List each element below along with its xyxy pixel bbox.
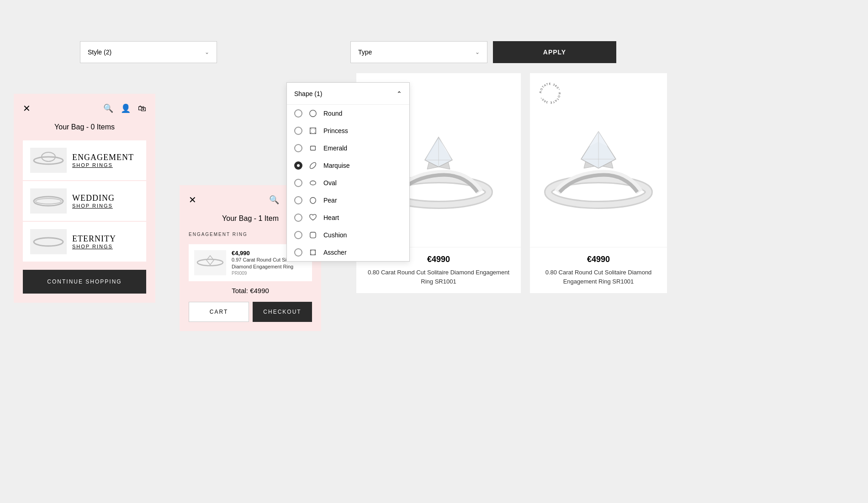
product-price-2: €4990	[537, 255, 660, 264]
checkout-button[interactable]: CHECKOUT	[253, 302, 312, 322]
svg-point-22	[36, 198, 61, 204]
type-filter-label: Type	[358, 48, 372, 56]
apply-button[interactable]: APPLY	[493, 41, 616, 63]
engagement-category: ENGAGEMENT SHOP RINGS	[23, 140, 146, 180]
svg-point-12	[310, 181, 316, 185]
shape-filter-label: Shape (1)	[294, 90, 322, 97]
asscher-shape-icon	[308, 247, 318, 257]
style-filter-label: Style (2)	[88, 48, 111, 56]
shape-chevron-icon: ⌃	[397, 90, 402, 97]
eternity-label: ETERNITY	[72, 234, 116, 244]
engagement-label: ENGAGEMENT	[72, 153, 134, 162]
wedding-label: WEDDING	[72, 193, 115, 203]
shape-option-oval[interactable]: Oval	[287, 174, 409, 192]
svg-rect-6	[311, 146, 316, 150]
item-thumbnail	[194, 250, 226, 275]
cart-checkout-row: CART CHECKOUT	[189, 302, 312, 322]
wedding-category: WEDDING SHOP RINGS	[23, 181, 146, 221]
engagement-shop-link[interactable]: SHOP RINGS	[72, 162, 134, 168]
eternity-category: ETERNITY SHOP RINGS	[23, 222, 146, 262]
shape-option-marquise[interactable]: Marquise	[287, 157, 409, 174]
style-chevron-icon: ⌄	[205, 49, 209, 55]
eternity-thumb	[30, 229, 67, 254]
round-shape-icon	[308, 108, 318, 118]
cushion-label: Cushion	[323, 231, 347, 239]
type-chevron-icon: ⌄	[475, 49, 480, 55]
bag-icon[interactable]: 🛍	[138, 104, 146, 113]
empty-bag-header-icons: 🔍 👤 🛍	[103, 103, 146, 113]
search-icon[interactable]: 🔍	[103, 103, 113, 113]
product-name-1: 0.80 Carat Round Cut Solitaire Diamond E…	[364, 268, 513, 286]
heart-label: Heart	[323, 214, 339, 221]
svg-point-19	[34, 157, 63, 164]
radio-emerald	[294, 144, 302, 152]
empty-bag-title: Your Bag - 0 Items	[23, 123, 146, 131]
marquise-shape-icon	[308, 161, 318, 171]
shape-option-heart[interactable]: Heart	[287, 209, 409, 226]
radio-cushion	[294, 231, 302, 239]
heart-shape-icon	[308, 213, 318, 223]
radio-asscher	[294, 248, 302, 257]
radio-oval	[294, 179, 302, 187]
shape-option-cushion[interactable]: Cushion	[287, 226, 409, 244]
svg-point-23	[34, 238, 63, 246]
continue-shopping-button[interactable]: CONTINUE SHOPPING	[23, 270, 146, 294]
item-code: PRI009	[232, 271, 307, 276]
empty-bag-header: ✕ 🔍 👤 🛍	[23, 103, 146, 114]
radio-marquise	[294, 161, 302, 170]
product-info-2: €4990 0.80 Carat Round Cut Solitaire Dia…	[530, 247, 667, 293]
pear-shape-icon	[308, 195, 318, 205]
eternity-info: ETERNITY SHOP RINGS	[72, 234, 116, 249]
oval-label: Oval	[323, 179, 337, 187]
shape-option-round[interactable]: Round	[287, 105, 409, 122]
cushion-shape-icon	[308, 230, 318, 240]
emerald-shape-icon	[308, 143, 318, 153]
filled-search-icon[interactable]: 🔍	[269, 195, 279, 205]
marquise-label: Marquise	[323, 162, 350, 169]
radio-pear	[294, 196, 302, 204]
filter-bar: Style (2) ⌄ Shape (1) ⌃ Round Princess	[80, 41, 616, 63]
oval-shape-icon	[308, 178, 318, 188]
shape-option-princess[interactable]: Princess	[287, 122, 409, 139]
svg-marker-25	[206, 256, 214, 265]
radio-round	[294, 109, 302, 118]
close-filled-bag-button[interactable]: ✕	[189, 194, 196, 205]
close-empty-bag-button[interactable]: ✕	[23, 103, 31, 114]
account-icon[interactable]: 👤	[121, 103, 131, 113]
cart-button[interactable]: CART	[189, 302, 249, 322]
wedding-info: WEDDING SHOP RINGS	[72, 193, 115, 209]
shape-dropdown: Shape (1) ⌃ Round Princess Emerald	[286, 82, 410, 262]
round-label: Round	[323, 110, 342, 117]
svg-rect-13	[310, 232, 316, 238]
emerald-label: Emerald	[323, 144, 347, 152]
radio-heart	[294, 214, 302, 222]
engagement-thumb	[30, 148, 67, 173]
type-filter[interactable]: Type ⌄	[350, 41, 487, 63]
pear-label: Pear	[323, 197, 337, 204]
svg-point-0	[310, 110, 316, 117]
engagement-info: ENGAGEMENT SHOP RINGS	[72, 153, 134, 168]
rotate-badge-2: ROTATE 360° ROTATE 360°	[537, 80, 563, 106]
shape-option-pear[interactable]: Pear	[287, 192, 409, 209]
shape-option-asscher[interactable]: Asscher	[287, 244, 409, 261]
product-name-2: 0.80 Carat Round Cut Solitaire Diamond E…	[537, 268, 660, 286]
style-filter[interactable]: Style (2) ⌄	[80, 41, 217, 63]
total-row: Total: €4990	[189, 287, 312, 294]
empty-bag-panel: ✕ 🔍 👤 🛍 Your Bag - 0 Items ENGAGEMENT SH…	[14, 94, 155, 303]
radio-princess	[294, 127, 302, 135]
svg-text:ROTATE 360°  ROTATE 360°: ROTATE 360° ROTATE 360°	[539, 82, 561, 104]
product-card-2: ROTATE 360° ROTATE 360°	[530, 73, 667, 293]
wedding-shop-link[interactable]: SHOP RINGS	[72, 203, 115, 209]
wedding-thumb	[30, 188, 67, 214]
princess-label: Princess	[323, 127, 348, 134]
svg-point-11	[309, 161, 317, 170]
asscher-label: Asscher	[323, 249, 347, 256]
princess-shape-icon	[308, 126, 318, 136]
shape-option-emerald[interactable]: Emerald	[287, 139, 409, 157]
svg-point-21	[34, 197, 63, 206]
eternity-shop-link[interactable]: SHOP RINGS	[72, 244, 116, 249]
shape-dropdown-header[interactable]: Shape (1) ⌃	[287, 83, 409, 105]
section-engagement-label: ENGAGEMENT RING	[189, 232, 248, 237]
